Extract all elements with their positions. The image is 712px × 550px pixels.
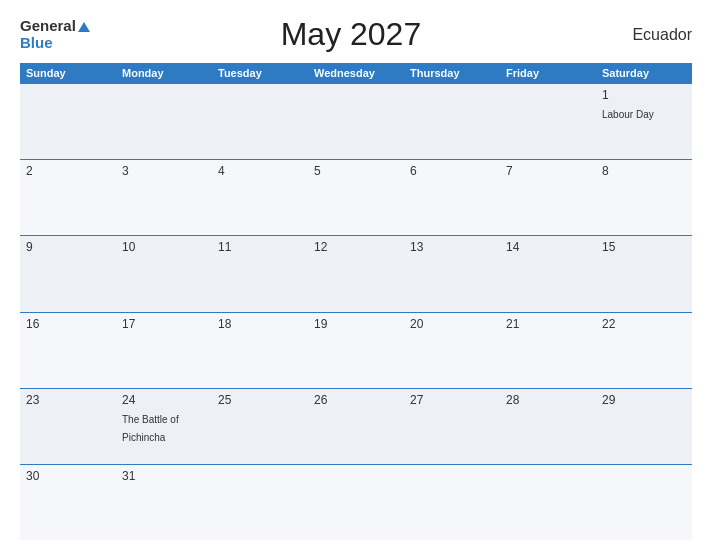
day-number: 2 (26, 164, 110, 178)
calendar-cell: 5 (308, 160, 404, 235)
day-number: 8 (602, 164, 686, 178)
day-number: 25 (218, 393, 302, 407)
calendar-cell: 13 (404, 236, 500, 311)
calendar-cell: 29 (596, 389, 692, 464)
day-number: 19 (314, 317, 398, 331)
header-day-sunday: Sunday (20, 63, 116, 83)
calendar-cell (500, 465, 596, 540)
calendar-cell: 8 (596, 160, 692, 235)
calendar-cell: 15 (596, 236, 692, 311)
day-number: 30 (26, 469, 110, 483)
header-day-thursday: Thursday (404, 63, 500, 83)
calendar-cell: 3 (116, 160, 212, 235)
day-event: Labour Day (602, 109, 654, 120)
calendar-cell: 4 (212, 160, 308, 235)
day-number: 24 (122, 393, 206, 407)
calendar-cell (404, 465, 500, 540)
day-number: 13 (410, 240, 494, 254)
day-number: 15 (602, 240, 686, 254)
calendar-cell (308, 84, 404, 159)
day-number: 12 (314, 240, 398, 254)
day-number: 23 (26, 393, 110, 407)
calendar-header: SundayMondayTuesdayWednesdayThursdayFrid… (20, 63, 692, 83)
calendar-cell: 10 (116, 236, 212, 311)
header-day-wednesday: Wednesday (308, 63, 404, 83)
calendar-cell: 25 (212, 389, 308, 464)
day-number: 9 (26, 240, 110, 254)
calendar-cell: 19 (308, 313, 404, 388)
calendar-cell: 6 (404, 160, 500, 235)
calendar-cell (212, 84, 308, 159)
day-number: 5 (314, 164, 398, 178)
calendar-cell: 7 (500, 160, 596, 235)
calendar-cell: 28 (500, 389, 596, 464)
calendar-cell (500, 84, 596, 159)
day-number: 17 (122, 317, 206, 331)
day-number: 4 (218, 164, 302, 178)
calendar-cell: 11 (212, 236, 308, 311)
calendar-cell: 1Labour Day (596, 84, 692, 159)
calendar-cell: 26 (308, 389, 404, 464)
calendar-cell: 22 (596, 313, 692, 388)
day-number: 31 (122, 469, 206, 483)
calendar-cell: 2 (20, 160, 116, 235)
day-number: 6 (410, 164, 494, 178)
calendar-cell (404, 84, 500, 159)
day-number: 10 (122, 240, 206, 254)
header-day-monday: Monday (116, 63, 212, 83)
month-title: May 2027 (90, 16, 612, 53)
day-number: 26 (314, 393, 398, 407)
calendar-cell (596, 465, 692, 540)
logo-blue-text: Blue (20, 35, 90, 52)
day-event: The Battle of Pichincha (122, 414, 179, 443)
country-label: Ecuador (612, 26, 692, 44)
day-number: 14 (506, 240, 590, 254)
calendar-cell: 24The Battle of Pichincha (116, 389, 212, 464)
day-number: 7 (506, 164, 590, 178)
day-number: 11 (218, 240, 302, 254)
day-number: 3 (122, 164, 206, 178)
calendar-week-1: 2345678 (20, 159, 692, 235)
logo: General Blue (20, 18, 90, 51)
day-number: 27 (410, 393, 494, 407)
day-number: 20 (410, 317, 494, 331)
day-number: 29 (602, 393, 686, 407)
calendar-cell (212, 465, 308, 540)
calendar-cell: 20 (404, 313, 500, 388)
logo-triangle-icon (78, 22, 90, 32)
day-number: 21 (506, 317, 590, 331)
calendar-cell: 30 (20, 465, 116, 540)
calendar-cell: 18 (212, 313, 308, 388)
calendar-cell: 27 (404, 389, 500, 464)
calendar-cell: 31 (116, 465, 212, 540)
calendar-cell: 16 (20, 313, 116, 388)
day-number: 18 (218, 317, 302, 331)
calendar: SundayMondayTuesdayWednesdayThursdayFrid… (20, 63, 692, 540)
header-day-saturday: Saturday (596, 63, 692, 83)
calendar-cell (308, 465, 404, 540)
page-header: General Blue May 2027 Ecuador (20, 16, 692, 53)
calendar-week-2: 9101112131415 (20, 235, 692, 311)
calendar-cell: 21 (500, 313, 596, 388)
calendar-week-5: 3031 (20, 464, 692, 540)
calendar-cell: 12 (308, 236, 404, 311)
logo-general-text: General (20, 18, 90, 35)
calendar-cell: 23 (20, 389, 116, 464)
calendar-week-0: 1Labour Day (20, 83, 692, 159)
calendar-body: 1Labour Day23456789101112131415161718192… (20, 83, 692, 540)
calendar-cell (116, 84, 212, 159)
header-day-friday: Friday (500, 63, 596, 83)
calendar-week-4: 2324The Battle of Pichincha2526272829 (20, 388, 692, 464)
day-number: 22 (602, 317, 686, 331)
day-number: 1 (602, 88, 686, 102)
day-number: 16 (26, 317, 110, 331)
header-day-tuesday: Tuesday (212, 63, 308, 83)
calendar-cell (20, 84, 116, 159)
calendar-week-3: 16171819202122 (20, 312, 692, 388)
calendar-cell: 14 (500, 236, 596, 311)
day-number: 28 (506, 393, 590, 407)
calendar-cell: 17 (116, 313, 212, 388)
calendar-cell: 9 (20, 236, 116, 311)
